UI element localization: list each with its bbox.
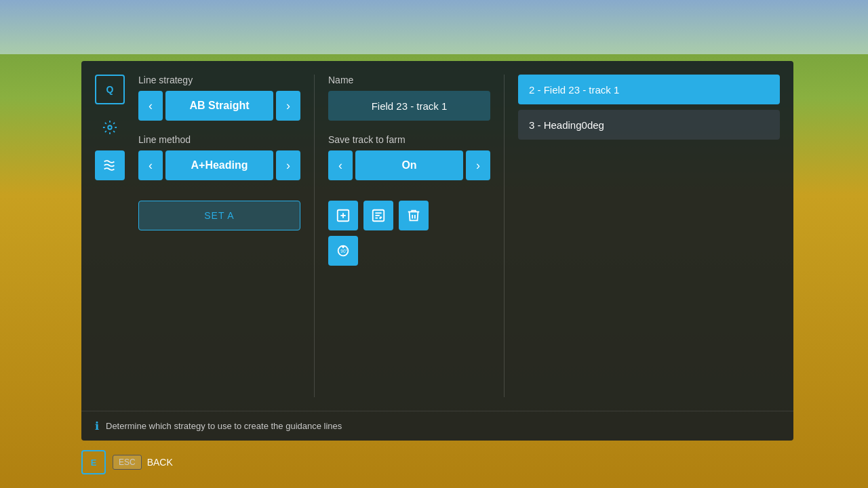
line-strategy-selector: ‹ AB Straight › <box>138 91 300 121</box>
save-track-selector: ‹ On › <box>328 150 490 180</box>
action-row-1 <box>328 201 490 230</box>
name-value: Field 23 - track 1 <box>328 91 490 121</box>
action-row-2: 90° <box>328 236 490 266</box>
e-button[interactable]: E <box>81 450 106 474</box>
esc-back-group: ESC BACK <box>113 455 173 470</box>
set-a-button[interactable]: SET A <box>138 201 300 230</box>
line-method-next-button[interactable]: › <box>276 150 300 180</box>
save-track-label: Save track to farm <box>328 134 490 145</box>
esc-key: ESC <box>113 455 142 470</box>
track-label: 2 - Field 23 - track 1 <box>529 84 619 96</box>
back-label[interactable]: BACK <box>147 457 173 468</box>
line-method-section: Line method ‹ A+Heading › <box>138 134 300 180</box>
save-track-next-button[interactable]: › <box>466 150 490 180</box>
panel-content: Q Line strategy ‹ AB <box>81 61 793 411</box>
q-button[interactable]: Q <box>95 75 125 104</box>
main-panel: Q Line strategy ‹ AB <box>81 61 793 441</box>
line-strategy-section: Line strategy ‹ AB Straight › <box>138 75 300 121</box>
line-method-value: A+Heading <box>165 150 273 180</box>
line-strategy-prev-button[interactable]: ‹ <box>138 91 163 121</box>
line-strategy-label: Line strategy <box>138 75 300 85</box>
delete-button[interactable] <box>399 201 429 230</box>
rotate-button[interactable]: 90° <box>328 236 358 266</box>
svg-point-0 <box>108 125 112 129</box>
info-icon: ℹ <box>95 420 99 432</box>
add-list-button[interactable] <box>328 201 358 230</box>
bottom-bar: E ESC BACK <box>81 450 793 474</box>
sidebar: Q <box>95 75 125 397</box>
save-track-value: On <box>355 150 463 180</box>
info-text: Determine which strategy to use to creat… <box>106 421 342 431</box>
track-label: 3 - Heading0deg <box>529 119 604 131</box>
info-bar: ℹ Determine which strategy to use to cre… <box>81 411 793 441</box>
track-item[interactable]: 3 - Heading0deg <box>518 110 780 140</box>
sky <box>0 0 868 54</box>
save-track-section: Save track to farm ‹ On › <box>328 134 490 180</box>
right-column: 2 - Field 23 - track 1 3 - Heading0deg <box>505 75 780 397</box>
line-strategy-value: AB Straight <box>165 91 273 121</box>
line-strategy-next-button[interactable]: › <box>276 91 300 121</box>
line-method-prev-button[interactable]: ‹ <box>138 150 163 180</box>
left-column: Line strategy ‹ AB Straight › Line metho… <box>138 75 315 397</box>
name-section: Name Field 23 - track 1 <box>328 75 490 121</box>
action-buttons: 90° <box>328 201 490 266</box>
gear-icon-btn[interactable] <box>95 113 125 142</box>
name-label: Name <box>328 75 490 85</box>
edit-list-button[interactable] <box>363 201 393 230</box>
mid-column: Name Field 23 - track 1 Save track to fa… <box>315 75 505 397</box>
svg-text:90°: 90° <box>340 249 347 253</box>
line-method-label: Line method <box>138 134 300 145</box>
track-item[interactable]: 2 - Field 23 - track 1 <box>518 75 780 104</box>
route-icon-btn[interactable] <box>95 150 125 180</box>
line-method-selector: ‹ A+Heading › <box>138 150 300 180</box>
save-track-prev-button[interactable]: ‹ <box>328 150 353 180</box>
